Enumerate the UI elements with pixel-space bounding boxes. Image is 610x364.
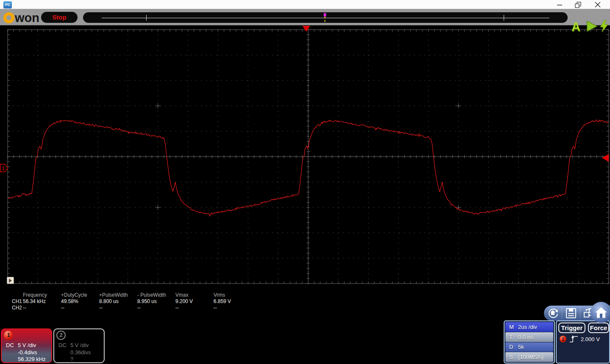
measurement-header: Vmax [175,292,214,298]
home-button[interactable] [591,302,610,323]
timebase-offset-row[interactable]: T 0.0 ns [505,332,553,342]
timebase-offset-value: 0.0 ns [518,334,533,340]
slider-track [102,18,549,18]
channel-1-panel[interactable]: 1 DC 5 V /div -0.4divs 56.329 kHz [1,328,52,363]
channel-1-badge: 1 [4,331,13,340]
trigger-position-cursor-line [324,17,325,22]
measurement-header: +PulseWidth [99,292,137,298]
run-stop-button[interactable]: Stop [41,12,78,23]
ch1-scale: 5 V /div [18,342,36,348]
measurement-value: -- [175,305,214,311]
channel-2-badge: 2 [56,331,66,340]
slider-window-tick [146,15,147,21]
main-toolbar: won Stop A [0,9,610,25]
trigger-position-cursor[interactable] [324,13,326,17]
restore-icon [575,2,582,8]
record-depth-label: D [505,344,518,350]
record-depth-row[interactable]: D 5k [505,342,553,352]
run-button[interactable] [586,20,598,34]
measurement-value: -- [214,305,252,311]
trigger-panel: Trigger Force 1 2.000 V [556,320,610,364]
app-icon: PC [3,1,12,8]
ch1-offset: -0.4divs [18,349,37,356]
measurement-value: 8.950 us [137,298,175,305]
lightning-bolt-icon [599,20,609,33]
measurement-header: +DutyCycle [61,292,99,298]
owon-logo-ring [3,12,14,23]
owon-logo-text: won [15,12,39,23]
close-icon [595,2,601,8]
measurement-row-label: CH2 [12,305,23,311]
expand-button[interactable] [7,277,14,284]
measurement-value: 8.800 us [99,298,137,305]
ch2-coupling: DC [58,342,67,348]
measurement-readout: Frequency +DutyCycle +PulseWidth - Pulse… [12,292,252,311]
measurement-header: Vrms [214,292,252,298]
timebase-main-value: 2us /div [518,324,537,330]
floppy-save-icon [566,308,577,319]
sample-rate-row[interactable]: S (100MS/s) [505,352,553,362]
minimize-icon [557,2,563,7]
channel-2-panel[interactable]: 2 DC 5 V /div 0.36divs ? [53,328,105,363]
trigger-source-badge: 1 [560,336,566,342]
trigger-level-value: 2.000 V [581,336,600,342]
measurement-value: 56.34 kHz [23,298,61,305]
ch2-frequency: ? [70,356,73,362]
trigger-slope-indicator [569,334,579,345]
measurement-value: 9.200 V [175,298,214,305]
restore-button[interactable] [573,1,584,8]
owon-logo: won [3,11,39,24]
trigger-menu-button[interactable]: Trigger [558,323,585,333]
single-trigger-button[interactable] [599,20,609,34]
measurement-value: 6.859 V [214,298,252,305]
measurement-row-label: CH1 [12,298,23,305]
sample-rate-value: (100MS/s) [518,354,543,360]
timebase-main-row[interactable]: M 2us /div [505,322,553,332]
home-icon [595,306,607,318]
rising-edge-icon [569,334,579,344]
close-button[interactable] [592,1,603,8]
ch1-zero-marker-label: 1 [2,165,5,171]
measurement-header: - PulseWidth [137,292,175,298]
window-titlebar: PC [0,0,610,9]
measurement-value: -- [137,305,175,311]
measurement-value: -- [61,305,99,311]
ch2-scale: 5 V /div [70,342,89,348]
timebase-offset-label: T [505,334,518,340]
record-depth-value: 5k [518,344,524,350]
auto-scale-button[interactable] [544,306,562,320]
circular-arrow-home-icon [546,307,559,320]
measurement-value: -- [99,305,137,311]
measurement-value: 49.58% [61,298,99,305]
timebase-main-label: M [505,324,518,330]
sample-rate-label: S [505,354,518,360]
play-triangle-icon [9,279,12,283]
slider-window-tick [504,15,504,21]
horizontal-position-slider[interactable] [83,12,568,23]
measurement-value: -- [23,305,61,311]
timebase-panel: M 2us /div T 0.0 ns D 5k S (100MS/s) [504,320,555,364]
autoset-button[interactable]: A [571,19,580,34]
force-trigger-button[interactable]: Force [588,323,609,333]
minimize-button[interactable] [554,1,565,8]
play-icon [586,20,598,32]
ch2-offset: 0.36divs [70,349,91,356]
ch1-coupling: DC [6,342,14,348]
save-button[interactable] [562,306,580,320]
ch1-frequency: 56.329 kHz [18,356,46,362]
measurement-header: Frequency [23,292,61,298]
